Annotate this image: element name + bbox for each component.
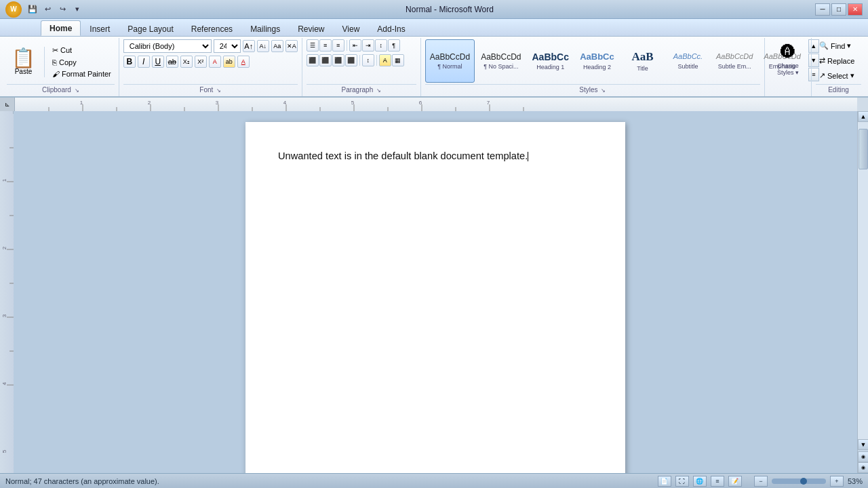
tab-review[interactable]: Review xyxy=(289,21,333,36)
style-preview-h2: AaBbCc xyxy=(580,52,614,62)
zoom-in-button[interactable]: + xyxy=(830,476,844,487)
style-no-spacing[interactable]: AaBbCcDd ¶ No Spaci... xyxy=(476,39,526,83)
clipboard-group-label[interactable]: Clipboard ↘ xyxy=(7,84,115,95)
style-heading2[interactable]: AaBbCc Heading 2 xyxy=(575,39,619,83)
line-spacing-button[interactable]: ↕ xyxy=(362,54,374,66)
horizontal-ruler[interactable]: 1 2 3 4 5 6 7 xyxy=(15,98,857,111)
copy-button[interactable]: ⎘ Copy xyxy=(49,57,115,68)
bold-button[interactable]: B xyxy=(123,56,136,68)
quick-access-dropdown[interactable]: ▾ xyxy=(71,3,84,16)
style-heading1[interactable]: AaBbCc Heading 1 xyxy=(528,39,574,83)
font-group-label[interactable]: Font ↘ xyxy=(123,84,298,95)
increase-indent-button[interactable]: ⇥ xyxy=(362,39,374,52)
redo-button[interactable]: ↪ xyxy=(56,3,69,16)
shading-button[interactable]: A xyxy=(379,54,391,66)
minimize-button[interactable]: ─ xyxy=(815,3,830,16)
clear-formatting-button[interactable]: ✕A xyxy=(285,40,298,52)
close-button[interactable]: ✕ xyxy=(848,3,863,16)
italic-button[interactable]: I xyxy=(138,56,150,68)
style-preview-title: AaB xyxy=(631,50,653,64)
align-right-button[interactable]: ⬛ xyxy=(332,54,344,66)
scroll-up-button[interactable]: ▲ xyxy=(858,111,868,122)
find-button[interactable]: 🔍 Find ▾ xyxy=(816,39,854,52)
quick-access-toolbar: 💾 ↩ ↪ ▾ xyxy=(26,3,84,16)
document[interactable]: Unwanted text is in the default blank do… xyxy=(245,122,625,473)
sort-button[interactable]: ↕ xyxy=(375,39,387,52)
tab-insert[interactable]: Insert xyxy=(81,21,119,36)
office-button[interactable]: W xyxy=(5,1,22,18)
paragraph-launcher[interactable]: ↘ xyxy=(376,87,381,94)
save-button[interactable]: 💾 xyxy=(26,3,39,16)
svg-text:3: 3 xyxy=(1,314,7,317)
paste-button[interactable]: 📋 Paste xyxy=(7,47,40,77)
print-view-button[interactable]: 📄 xyxy=(658,476,671,487)
zoom-thumb[interactable] xyxy=(800,478,807,485)
text-effects-button[interactable]: A xyxy=(209,56,221,68)
vertical-ruler-marks: 1 2 3 4 5 xyxy=(0,114,14,473)
tab-references[interactable]: References xyxy=(182,21,241,36)
scroll-track[interactable] xyxy=(858,122,868,439)
style-label-nospacing: ¶ No Spaci... xyxy=(484,63,518,70)
clipboard-launcher[interactable]: ↘ xyxy=(75,87,79,94)
style-normal[interactable]: AaBbCcDd ¶ Normal xyxy=(425,39,475,83)
show-marks-button[interactable]: ¶ xyxy=(388,39,400,52)
increase-font-size-button[interactable]: A↑ xyxy=(243,40,255,52)
change-styles-button[interactable]: 🅐 ChangeStyles ▾ xyxy=(768,38,808,81)
select-button[interactable]: ↗ Select ▾ xyxy=(816,69,858,82)
change-case-button[interactable]: Aa xyxy=(271,40,283,52)
style-title[interactable]: AaB Title xyxy=(620,39,665,83)
bullets-button[interactable]: ☰ xyxy=(307,39,319,52)
svg-text:3: 3 xyxy=(216,100,219,106)
font-size-select[interactable]: 24 xyxy=(214,39,241,53)
select-label: Select xyxy=(827,72,848,80)
styles-group-label[interactable]: Styles ↘ xyxy=(425,84,760,95)
decrease-font-size-button[interactable]: A↓ xyxy=(257,40,269,52)
borders-button[interactable]: ▦ xyxy=(392,54,404,66)
draft-view-button[interactable]: 📝 xyxy=(728,476,742,487)
multilevel-list-button[interactable]: ≡ xyxy=(332,39,344,52)
subscript-button[interactable]: X₂ xyxy=(180,56,193,68)
document-container[interactable]: Unwanted text is in the default blank do… xyxy=(14,111,857,473)
style-subtle-emphasis[interactable]: AaBbCcDd Subtle Em... xyxy=(711,39,757,83)
styles-launcher[interactable]: ↘ xyxy=(601,87,606,94)
replace-button[interactable]: ⇄ Replace xyxy=(816,54,858,67)
undo-button[interactable]: ↩ xyxy=(41,3,54,16)
style-subtitle[interactable]: AaBbCc. Subtitle xyxy=(666,39,710,83)
decrease-indent-button[interactable]: ⇤ xyxy=(349,39,361,52)
fullscreen-view-button[interactable]: ⛶ xyxy=(675,476,689,487)
indent-selector[interactable]: ⊾ xyxy=(0,98,15,111)
text-highlight-button[interactable]: ab xyxy=(223,56,235,68)
outline-view-button[interactable]: ≡ xyxy=(711,476,724,487)
superscript-button[interactable]: X² xyxy=(195,56,207,68)
tab-page-layout[interactable]: Page Layout xyxy=(119,21,182,36)
scroll-thumb[interactable] xyxy=(859,129,868,169)
style-preview-nospacing: AaBbCcDd xyxy=(481,52,521,62)
document-content[interactable]: Unwanted text is in the default blank do… xyxy=(278,149,593,163)
strikethrough-button[interactable]: ab xyxy=(166,56,178,68)
underline-button[interactable]: U xyxy=(152,56,164,68)
font-name-select[interactable]: Calibri (Body) xyxy=(123,39,212,53)
numbering-button[interactable]: ≡ xyxy=(319,39,332,52)
format-painter-button[interactable]: 🖌 Format Painter xyxy=(49,68,115,79)
zoom-out-button[interactable]: − xyxy=(754,476,768,487)
justify-button[interactable]: ⬛ xyxy=(345,54,357,66)
next-page-button[interactable]: ◉ xyxy=(858,462,868,473)
tab-view[interactable]: View xyxy=(334,21,369,36)
paragraph-group-label[interactable]: Paragraph ↘ xyxy=(307,84,416,95)
align-left-button[interactable]: ⬛ xyxy=(307,54,319,66)
web-view-button[interactable]: 🌐 xyxy=(693,476,707,487)
cut-button[interactable]: ✂ Cut xyxy=(49,45,115,56)
tab-home[interactable]: Home xyxy=(41,20,81,36)
tab-mailings[interactable]: Mailings xyxy=(241,21,289,36)
zoom-slider[interactable] xyxy=(772,479,826,484)
prev-page-button[interactable]: ◉ xyxy=(858,451,868,462)
vertical-scrollbar[interactable]: ▲ ▼ ◉ ◉ xyxy=(857,111,868,473)
font-launcher[interactable]: ↘ xyxy=(216,87,221,94)
scroll-down-button[interactable]: ▼ xyxy=(858,439,868,450)
restore-button[interactable]: □ xyxy=(831,3,846,16)
tab-add-ins[interactable]: Add-Ins xyxy=(368,21,414,36)
font-color-button[interactable]: A xyxy=(237,56,250,68)
align-center-button[interactable]: ⬛ xyxy=(319,54,332,66)
svg-text:2: 2 xyxy=(1,246,7,249)
svg-text:5: 5 xyxy=(351,100,355,106)
